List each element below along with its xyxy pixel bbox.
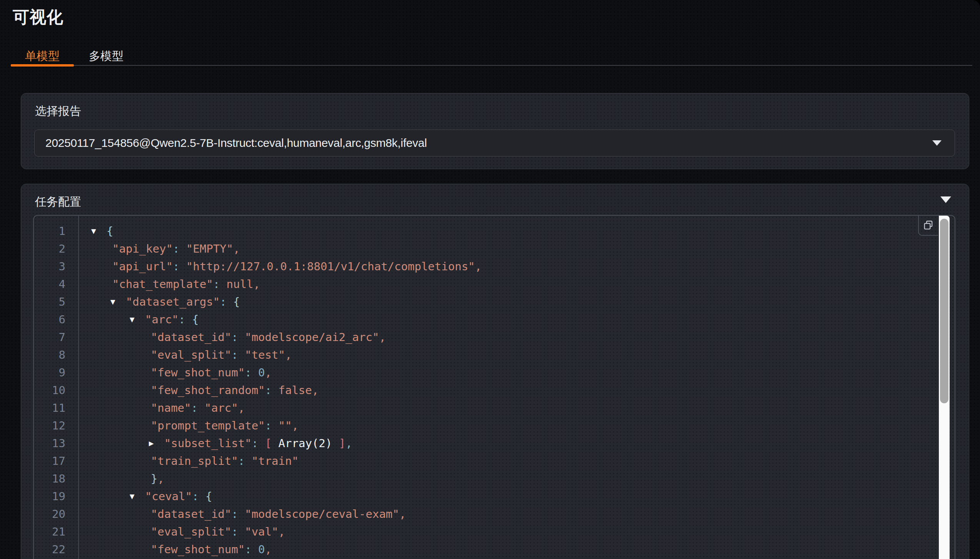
code-lines: 1▼{2"api_key": "EMPTY",3"api_url": "http…: [34, 222, 935, 558]
code-token: ]: [339, 437, 345, 450]
code-token: "dataset_args": [126, 295, 220, 308]
app-container: 可视化 单模型 多模型 选择报告 20250117_154856@Qwen2.5…: [0, 0, 980, 559]
line-number: 5: [34, 295, 65, 308]
code-token: :: [232, 507, 245, 521]
code-token: :: [232, 525, 245, 538]
line-number: 7: [34, 331, 65, 344]
code-line: 20"dataset_id": "modelscope/ceval-exam",: [34, 505, 935, 523]
code-token: false,: [278, 384, 319, 397]
line-number: 19: [34, 490, 65, 503]
line-number: 22: [34, 543, 65, 556]
code-token: :: [265, 419, 278, 432]
code-token: "train": [252, 454, 298, 467]
code-token: "arc",: [205, 401, 245, 414]
code-token: :: [232, 331, 245, 344]
line-number: 17: [34, 454, 65, 467]
code-token: "train_split": [151, 454, 238, 467]
code-token: :: [173, 260, 186, 273]
expand-node-icon[interactable]: ▶: [149, 439, 164, 448]
line-number: 4: [34, 278, 65, 291]
code-token: "dataset_id": [151, 331, 232, 344]
code-token: :: [245, 366, 258, 379]
tab-single-model[interactable]: 单模型: [11, 48, 74, 64]
tab-multi-model[interactable]: 多模型: [75, 48, 137, 64]
code-token: :: [220, 295, 233, 308]
code-token: {: [233, 295, 240, 308]
collapse-node-icon[interactable]: ▼: [130, 492, 145, 501]
code-line: 6▼"arc": {: [34, 311, 935, 328]
code-token: {: [107, 225, 113, 238]
code-token: [: [265, 437, 272, 450]
copy-icon: [923, 220, 933, 230]
code-token: Array(2): [278, 437, 332, 450]
code-token: "EMPTY",: [186, 242, 240, 255]
code-token: "test",: [245, 348, 292, 361]
line-number: 11: [34, 401, 65, 414]
json-viewer: 1▼{2"api_key": "EMPTY",3"api_url": "http…: [33, 215, 955, 559]
code-token: }: [151, 472, 157, 485]
code-token: {: [192, 313, 198, 326]
code-token: ,: [157, 472, 164, 485]
scrollbar-track[interactable]: [939, 216, 950, 559]
code-line: 9"few_shot_num": 0,: [34, 364, 935, 381]
code-line: 12"prompt_template": "",: [34, 417, 935, 434]
code-token: ,: [345, 437, 352, 450]
report-panel-label: 选择报告: [35, 103, 81, 119]
code-token: [332, 437, 339, 450]
code-token: 0: [258, 543, 265, 556]
task-config-panel: 任务配置 1▼{2"api_key": "EMPTY",3"api_url": …: [21, 184, 969, 559]
code-token: ,: [265, 543, 272, 556]
code-token: null,: [227, 278, 260, 291]
code-line: 18},: [34, 470, 935, 487]
code-line: 22"few_shot_num": 0,: [34, 541, 935, 558]
code-token: "",: [278, 419, 298, 432]
line-number: 13: [34, 437, 65, 450]
code-line: 21"eval_split": "val",: [34, 523, 935, 541]
line-number: 3: [34, 260, 65, 273]
line-number: 8: [34, 348, 65, 361]
code-token: :: [213, 278, 227, 291]
report-dropdown-value: 20250117_154856@Qwen2.5-7B-Instruct:ceva…: [45, 136, 427, 150]
code-token: "dataset_id": [151, 507, 232, 521]
code-token: 0: [258, 366, 265, 379]
code-line: 10"few_shot_random": false,: [34, 381, 935, 399]
line-number: 2: [34, 242, 65, 255]
code-token: "http://127.0.0.1:8801/v1/chat/completio…: [186, 260, 482, 273]
code-token: "api_url": [112, 260, 173, 273]
code-token: :: [191, 401, 205, 414]
active-tab-underline: [11, 64, 74, 67]
code-token: ,: [265, 366, 272, 379]
line-number: 1: [34, 225, 65, 238]
page-title: 可视化: [13, 6, 63, 28]
code-token: :: [232, 348, 245, 361]
code-token: {: [205, 490, 212, 503]
collapse-node-icon[interactable]: ▼: [130, 315, 145, 324]
code-line: 19▼"ceval": {: [34, 487, 935, 505]
code-token: "prompt_template": [151, 419, 265, 432]
line-number: 9: [34, 366, 65, 379]
line-number: 20: [34, 507, 65, 521]
code-line: 4"chat_template": null,: [34, 275, 935, 293]
code-line: 2"api_key": "EMPTY",: [34, 240, 935, 258]
code-token: :: [252, 437, 265, 450]
task-config-title: 任务配置: [35, 194, 81, 210]
code-token: "modelscope/ai2_arc",: [245, 331, 386, 344]
code-token: "arc": [145, 313, 178, 326]
code-line: 3"api_url": "http://127.0.0.1:8801/v1/ch…: [34, 258, 935, 275]
code-line: 13▶"subset_list": [ Array(2) ],: [34, 434, 935, 452]
panel-collapse-icon[interactable]: [940, 196, 951, 203]
caret-down-icon: [932, 140, 942, 146]
scrollbar-thumb[interactable]: [940, 219, 948, 403]
code-token: "chat_template": [112, 278, 213, 291]
code-token: "eval_split": [151, 525, 232, 538]
code-token: "name": [151, 401, 191, 414]
report-dropdown[interactable]: 20250117_154856@Qwen2.5-7B-Instruct:ceva…: [34, 130, 955, 156]
line-number: 21: [34, 525, 65, 538]
copy-button[interactable]: [918, 216, 938, 236]
code-line: 11"name": "arc",: [34, 399, 935, 417]
code-token: "api_key": [112, 242, 173, 255]
code-token: "modelscope/ceval-exam",: [245, 507, 406, 521]
collapse-node-icon[interactable]: ▼: [110, 297, 126, 306]
collapse-node-icon[interactable]: ▼: [91, 226, 107, 236]
code-token: "subset_list": [164, 437, 252, 450]
